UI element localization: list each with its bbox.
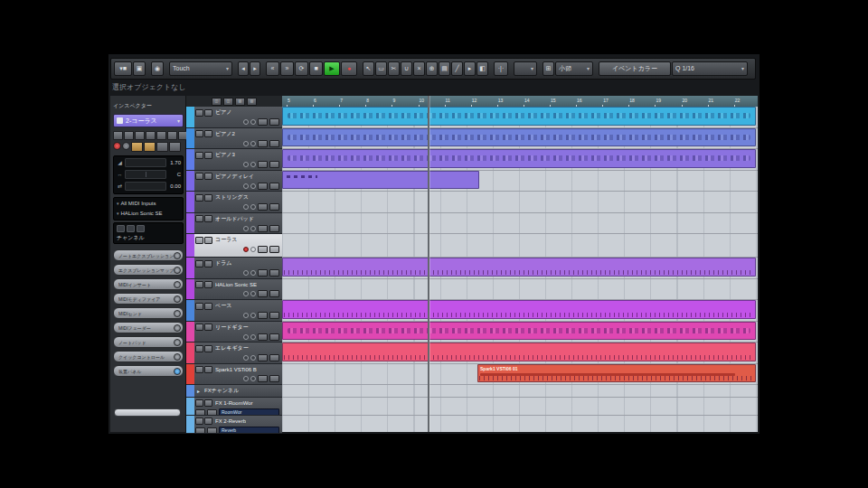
zoom-tool[interactable]: ⊕	[426, 61, 438, 76]
quantize-preset-select[interactable]: Q 1/16▾	[672, 61, 748, 76]
delay-slider[interactable]	[125, 182, 166, 191]
track-row-16[interactable]: FX 2-ReverbReverb	[186, 416, 282, 434]
edit-instrument-button[interactable]	[258, 354, 268, 361]
track-list-header-button-4[interactable]: ▥	[247, 98, 257, 106]
monitor-button[interactable]	[250, 204, 256, 210]
goto-previous-marker-button[interactable]: «	[266, 61, 279, 76]
monitor-button[interactable]	[250, 291, 256, 296]
snap-on-off-button[interactable]: ⊞	[542, 61, 554, 76]
edit-channel-button[interactable]	[269, 375, 279, 382]
mute-button[interactable]	[113, 131, 123, 140]
solo-button[interactable]	[204, 418, 212, 425]
section-toggle-button[interactable]	[174, 281, 181, 288]
edit-channel-button[interactable]	[156, 131, 166, 140]
color-tool[interactable]: ◧	[476, 61, 488, 76]
track-lane-15[interactable]	[282, 398, 758, 416]
edit-instrument-button[interactable]	[258, 269, 268, 277]
range-selection-tool[interactable]: ▭	[375, 61, 387, 76]
draw-tool[interactable]: ╱	[451, 61, 463, 76]
record-enable-button[interactable]	[243, 247, 249, 252]
record-enable-button[interactable]	[113, 142, 121, 150]
track-lane-2[interactable]	[282, 128, 758, 150]
midi-clip[interactable]	[282, 128, 756, 147]
track-row-1[interactable]: ピアノ	[186, 107, 282, 128]
lock-button[interactable]	[144, 142, 156, 152]
mute-button[interactable]	[195, 173, 203, 180]
mute-tool[interactable]: ▤	[439, 61, 450, 76]
inspector-scrollbar[interactable]	[114, 408, 181, 417]
track-lane-16[interactable]	[282, 416, 758, 432]
edit-instrument-button[interactable]	[258, 118, 268, 126]
track-row-4[interactable]: ピアノディレイ	[186, 171, 282, 192]
edit-channel-button[interactable]	[269, 312, 279, 319]
monitor-button[interactable]	[250, 119, 256, 125]
section-toggle-button[interactable]	[174, 368, 181, 375]
autoscroll-select[interactable]: ▾	[514, 61, 537, 76]
inspector-section-3[interactable]: MIDIインサート	[113, 278, 184, 290]
mute-button[interactable]	[195, 215, 203, 222]
play-tool[interactable]: ▸	[464, 61, 476, 76]
edit-channel-button[interactable]	[195, 427, 205, 435]
track-lane-8[interactable]	[282, 258, 758, 279]
midi-clip[interactable]	[282, 149, 756, 168]
edit-channel-button[interactable]	[195, 409, 205, 417]
solo-button[interactable]	[204, 152, 212, 159]
track-row-12[interactable]: エレキギター	[186, 343, 282, 364]
freeze-button[interactable]	[167, 131, 177, 140]
nudge-right-button[interactable]: ▸	[250, 61, 260, 76]
inspector-section-4[interactable]: MIDIモディファイア	[113, 293, 184, 305]
edit-channel-button[interactable]	[269, 161, 279, 168]
solo-button[interactable]	[204, 281, 212, 288]
solo-button[interactable]	[204, 173, 212, 180]
section-toggle-button[interactable]	[174, 353, 181, 361]
track-lane-7[interactable]	[282, 234, 758, 258]
monitor-button[interactable]	[250, 141, 256, 146]
record-enable-button[interactable]	[243, 355, 249, 361]
solo-button[interactable]	[204, 399, 212, 407]
inspector-section-7[interactable]: ノートパッド	[113, 336, 184, 348]
stop-button[interactable]: ■	[309, 61, 323, 76]
section-toggle-button[interactable]	[174, 296, 181, 303]
volume-slider[interactable]	[125, 158, 166, 167]
track-lane-13[interactable]: Spark1 VSTi06 01	[282, 364, 758, 386]
record-enable-button[interactable]	[243, 270, 249, 276]
mute-button[interactable]	[195, 399, 203, 407]
track-row-15[interactable]: FX 1-RoomWorRoomWor	[186, 398, 282, 416]
monitor-button[interactable]	[250, 334, 256, 340]
glue-tool[interactable]: ∪	[401, 61, 412, 76]
pan-slider[interactable]	[125, 170, 166, 179]
edit-channel-button[interactable]	[269, 203, 279, 211]
track-lane-10[interactable]	[282, 300, 758, 322]
edit-instrument-button[interactable]	[258, 140, 268, 147]
track-row-8[interactable]: ドラム	[186, 258, 282, 279]
fx-plugin-plate[interactable]: RoomWor	[219, 408, 279, 416]
bypass-button[interactable]	[207, 409, 217, 417]
monitor-button[interactable]	[250, 355, 256, 361]
constrain-delay-compensation-button[interactable]: ◉	[151, 61, 164, 76]
output-routing-select[interactable]: ▾ HALion Sonic SE	[114, 208, 183, 218]
track-row-11[interactable]: リードギター	[186, 322, 282, 343]
bypass-button[interactable]	[207, 427, 217, 435]
track-lane-3[interactable]	[282, 149, 758, 171]
track-lane-5[interactable]	[282, 192, 758, 213]
setup-window-layout-button[interactable]: ▣	[133, 61, 146, 76]
write-automation-button[interactable]	[146, 131, 156, 140]
record-enable-button[interactable]	[243, 162, 249, 167]
monitor-button[interactable]	[250, 247, 256, 252]
track-row-13[interactable]: Spark1 VSTi06 B	[186, 364, 282, 386]
mute-button[interactable]	[195, 366, 203, 373]
inspector-section-9[interactable]: 装置パネル	[113, 365, 184, 377]
activate-project-button[interactable]: ▾■	[114, 61, 132, 76]
record-enable-button[interactable]	[243, 119, 249, 125]
edit-channel-button[interactable]	[269, 118, 279, 126]
mute-button[interactable]	[195, 345, 203, 352]
track-list-header-button-3[interactable]: ▥	[235, 98, 245, 106]
record-enable-button[interactable]	[243, 226, 249, 231]
midi-clip[interactable]	[282, 107, 756, 126]
mute-button[interactable]	[195, 237, 203, 244]
track-row-3[interactable]: ピアノ3	[186, 149, 282, 171]
midi-clip[interactable]: Spark1 VSTi06 01	[477, 364, 756, 383]
section-toggle-button[interactable]	[174, 252, 181, 259]
record-enable-button[interactable]	[243, 141, 249, 146]
track-row-6[interactable]: オールドパッド	[186, 213, 282, 235]
